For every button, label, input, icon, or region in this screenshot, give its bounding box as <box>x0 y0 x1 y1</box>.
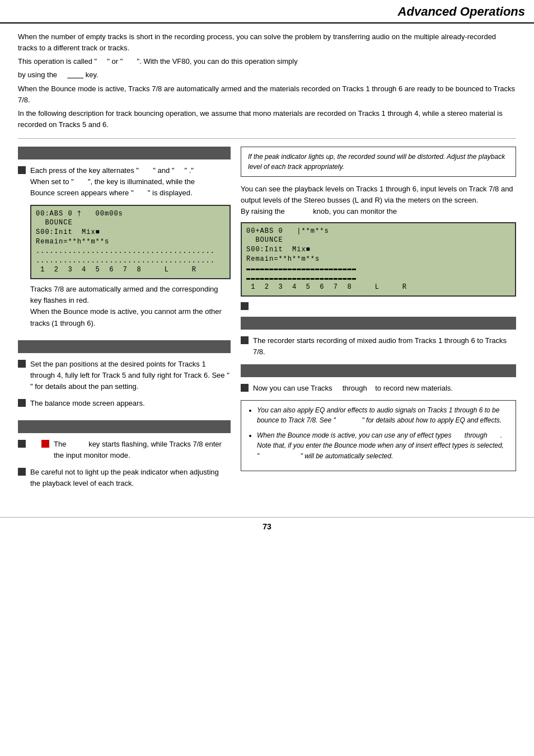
page-header: Advanced Operations <box>0 0 534 24</box>
note-item-1: You can also apply EQ and/or effects to … <box>257 405 509 426</box>
page-title: Advanced Operations <box>398 4 525 19</box>
intro-blank1 <box>97 57 107 65</box>
step1-item: Each press of the key alternates " " and… <box>18 165 231 199</box>
step1-text: Each press of the key alternates " " and… <box>30 165 231 199</box>
intro-p2-part2: " or " <box>107 57 123 65</box>
page-footer: 73 <box>0 517 534 536</box>
intro-p1: When the number of empty tracks is short… <box>18 31 516 54</box>
section2-step1-icon <box>18 360 26 368</box>
section2-bar <box>18 340 231 353</box>
section3-step2-icon <box>18 468 26 476</box>
col-right: If the peak indicator lights up, the rec… <box>241 147 516 495</box>
intro-p2-part3: ". With the VF80, you can do this operat… <box>137 57 298 65</box>
section1-wrapper: Each press of the key alternates " " and… <box>18 147 231 329</box>
section2-step2-item: The balance mode screen appears. <box>18 398 231 409</box>
page-number: 73 <box>263 522 271 531</box>
monitor-text: You can see the playback levels on Track… <box>241 184 516 217</box>
main-content: When the number of empty tracks is short… <box>0 24 534 508</box>
note-list: You can also apply EQ and/or effects to … <box>248 405 509 462</box>
section2-step2-icon <box>18 399 26 407</box>
section-record-wrapper: The recorder starts recording of mixed a… <box>241 317 516 358</box>
intro-p3: by using the key. <box>18 69 516 81</box>
section2-step1-text: Set the pan positions at the desired poi… <box>30 359 231 392</box>
note-box: You can also apply EQ and/or effects to … <box>241 400 516 471</box>
section3-step1-text: The key starts flashing, while Tracks 7/… <box>54 439 231 461</box>
intro-p4: When the Bounce mode is active, Tracks 7… <box>18 83 516 106</box>
section3-step2-item: Be careful not to light up the peak indi… <box>18 467 231 489</box>
intro-block: When the number of empty tracks is short… <box>18 31 516 139</box>
intro-blank2 <box>123 57 137 65</box>
section-record-text: The recorder starts recording of mixed a… <box>253 335 516 358</box>
col-left: Each press of the key alternates " " and… <box>18 147 231 495</box>
section-use-text: Now you can use Tracks through to record… <box>253 383 516 394</box>
section3-bar <box>18 420 231 433</box>
intro-p2: This operation is called " " or " ". Wit… <box>18 56 516 67</box>
lcd-display-1: 00:ABS 0 † 00m00s BOUNCE S00:Init Mix■ R… <box>30 205 231 280</box>
section-use-icon <box>241 384 249 392</box>
section2-step2-text: The balance mode screen appears. <box>30 398 231 409</box>
intro-p2-part1: This operation is called " <box>18 57 97 65</box>
section-record-step: The recorder starts recording of mixed a… <box>241 335 516 358</box>
lcd-display-2: 00+ABS 0 |**m**s BOUNCE S00:Init Mix■ Re… <box>241 222 516 297</box>
section-record-bar <box>241 317 516 330</box>
section2-wrapper: Set the pan positions at the desired poi… <box>18 340 231 409</box>
section-use-bar <box>241 364 516 377</box>
intro-p5: In the following description for track b… <box>18 108 516 130</box>
section3-step1-icon <box>18 440 26 448</box>
section3-step1-item: The key starts flashing, while Tracks 7/… <box>18 439 231 461</box>
section-use-step: Now you can use Tracks through to record… <box>241 383 516 394</box>
section3-wrapper: The key starts flashing, while Tracks 7/… <box>18 420 231 490</box>
note-item-2: When the Bounce mode is active, you can … <box>257 430 509 462</box>
section-use-wrapper: Now you can use Tracks through to record… <box>241 364 516 394</box>
right-col-step-icon <box>241 301 516 310</box>
section3-step2-text: Be careful not to light up the peak indi… <box>30 467 231 489</box>
section2-step1-item: Set the pan positions at the desired poi… <box>18 359 231 392</box>
step1-icon <box>18 166 26 174</box>
tip-box: If the peak indicator lights up, the rec… <box>241 147 516 177</box>
step1-after-lcd: Tracks 7/8 are automatically armed and t… <box>30 284 231 329</box>
section-record-icon <box>241 336 249 344</box>
section3-step1-icon-red <box>41 440 49 448</box>
two-col-main: Each press of the key alternates " " and… <box>18 147 516 495</box>
right-step-icon-1 <box>241 302 249 310</box>
section1-bar <box>18 147 231 159</box>
